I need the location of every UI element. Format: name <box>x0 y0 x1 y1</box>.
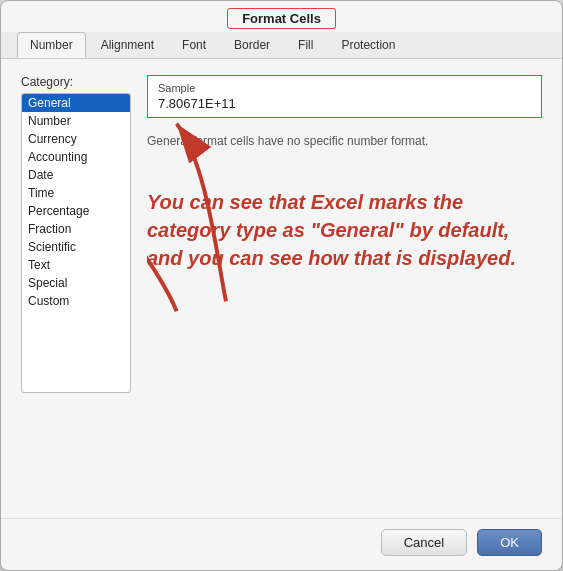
category-item-fraction[interactable]: Fraction <box>22 220 130 238</box>
general-description: General format cells have no specific nu… <box>147 134 542 148</box>
category-list: General Number Currency Accounting Date … <box>21 93 131 393</box>
category-item-time[interactable]: Time <box>22 184 130 202</box>
category-label: Category: <box>21 75 131 89</box>
right-panel: Sample 7.80671E+11 General format cells … <box>147 75 542 508</box>
tab-alignment[interactable]: Alignment <box>88 32 167 58</box>
category-item-accounting[interactable]: Accounting <box>22 148 130 166</box>
format-cells-dialog: Format Cells Number Alignment Font Borde… <box>0 0 563 571</box>
tab-border[interactable]: Border <box>221 32 283 58</box>
category-item-date[interactable]: Date <box>22 166 130 184</box>
dialog-title: Format Cells <box>227 8 336 29</box>
category-item-general[interactable]: General <box>22 94 130 112</box>
category-item-percentage[interactable]: Percentage <box>22 202 130 220</box>
sample-label: Sample <box>158 82 531 94</box>
category-item-currency[interactable]: Currency <box>22 130 130 148</box>
dialog-footer: Cancel OK <box>1 518 562 570</box>
category-item-scientific[interactable]: Scientific <box>22 238 130 256</box>
tab-number[interactable]: Number <box>17 32 86 58</box>
sample-value: 7.80671E+11 <box>158 96 531 111</box>
ok-button[interactable]: OK <box>477 529 542 556</box>
sample-box: Sample 7.80671E+11 <box>147 75 542 118</box>
category-item-text[interactable]: Text <box>22 256 130 274</box>
category-item-number[interactable]: Number <box>22 112 130 130</box>
left-panel: Category: General Number Currency Accoun… <box>21 75 131 508</box>
tabs-bar: Number Alignment Font Border Fill Protec… <box>1 32 562 59</box>
tab-font[interactable]: Font <box>169 32 219 58</box>
category-item-special[interactable]: Special <box>22 274 130 292</box>
tab-fill[interactable]: Fill <box>285 32 326 58</box>
dialog-body: Category: General Number Currency Accoun… <box>1 59 562 518</box>
title-bar: Format Cells <box>1 1 562 32</box>
category-item-custom[interactable]: Custom <box>22 292 130 310</box>
cancel-button[interactable]: Cancel <box>381 529 467 556</box>
tab-protection[interactable]: Protection <box>328 32 408 58</box>
annotation-text: You can see that Excel marks the categor… <box>147 188 542 272</box>
